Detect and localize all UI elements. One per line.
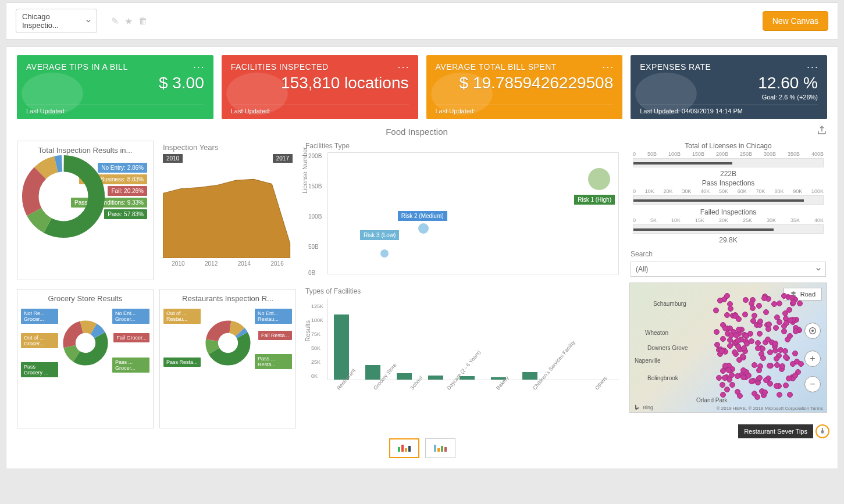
map-point [736, 316, 742, 322]
map-panel[interactable]: Road + − Schaumburg Wheaton Downers Grov… [629, 283, 827, 413]
canvas-selector[interactable]: Chicago Inspectio... [16, 9, 97, 33]
search-label: Search [631, 250, 826, 258]
page-thumb-1[interactable] [389, 438, 419, 458]
y-tick: 200B [308, 153, 322, 159]
inspection-years-panel[interactable]: Inspection Years 2010 2017 2010201220142… [159, 141, 296, 280]
bullet-track [633, 195, 824, 205]
map-point [735, 373, 740, 379]
map-point [720, 392, 726, 398]
card-value: 12.60 % [640, 74, 818, 92]
restaurant-results-panel[interactable]: Restaurants Inspection R... Out of ... R… [159, 289, 296, 428]
bullet-value: 29.8K [632, 236, 825, 244]
star-icon[interactable]: ★ [124, 16, 133, 27]
card-menu-icon[interactable]: ··· [397, 61, 409, 73]
y-axis-label: Results [304, 320, 311, 342]
map-point [781, 293, 787, 299]
map-point [757, 375, 763, 381]
kpi-card-3[interactable]: ··· EXPENSES RATE 12.60 % Goal: 2.6 % (+… [631, 55, 827, 119]
bubble-label: Risk 1 (High) [574, 195, 615, 205]
map-point [797, 301, 803, 306]
new-canvas-button[interactable]: New Canvas [763, 11, 828, 31]
card-value: $ 19.7859426229508 [436, 74, 614, 92]
map-point [798, 361, 804, 367]
map-point [714, 329, 720, 335]
total-results-panel[interactable]: Total Inspection Results in... No Entry:… [17, 141, 154, 280]
facilities-type-panel[interactable]: Facilities Type License Number 200B 150B… [303, 141, 622, 280]
x-tick: 2012 [205, 260, 218, 267]
card-menu-icon[interactable]: ··· [602, 61, 614, 73]
map-point [750, 318, 756, 324]
kpi-card-0[interactable]: ··· AVERAGE TIPS IN A BILL $ 3.00 Last U… [17, 55, 213, 119]
bar [334, 314, 349, 380]
map-point [787, 392, 793, 398]
card-menu-icon[interactable]: ··· [807, 61, 819, 73]
map-point [720, 336, 726, 342]
map-point [777, 301, 782, 306]
page-thumb-2[interactable] [425, 438, 455, 458]
bar [522, 372, 537, 380]
page-thumbnails [17, 438, 827, 458]
left-column: Total Inspection Results in... No Entry:… [17, 141, 296, 431]
year-end: 2017 [273, 154, 293, 163]
card-menu-icon[interactable]: ··· [193, 61, 205, 73]
map-city-label: Bolingbrook [647, 375, 678, 381]
area-chart [159, 163, 296, 260]
kpi-card-1[interactable]: ··· FACILITIES INSPECTED 153,810 locatio… [222, 55, 418, 119]
bullet-track [633, 158, 824, 167]
map-point [777, 392, 782, 398]
tooltip: Restaurant Sever Tips [738, 424, 829, 438]
dashboard-grid: Total Inspection Results in... No Entry:… [17, 141, 827, 431]
bullet-chart[interactable]: Pass Inspections 010K20K30K40K50K60K70K8… [629, 178, 827, 205]
map-point [790, 361, 796, 367]
tag: Out of ... Restau... [163, 309, 201, 324]
card-footer: Last Updated: [26, 105, 204, 115]
map-point [754, 394, 760, 400]
map-point [778, 347, 784, 353]
map-point [743, 297, 749, 303]
tag: Pass ... Grocer... [112, 358, 149, 373]
bullet-value: 222B [632, 170, 825, 178]
share-icon[interactable] [817, 125, 827, 138]
map-point [717, 298, 723, 303]
types-facilities-panel[interactable]: Types of Facilities Results 125K100K75K5… [303, 286, 622, 431]
map-point [750, 305, 756, 311]
x-axis-labels: RestaurantGrocery StoreSchoolDaycare (2 … [327, 381, 622, 429]
edit-icon[interactable]: ✎ [111, 16, 119, 27]
bullet-title: Failed Inspections [632, 207, 825, 217]
trash-icon[interactable]: 🗑 [138, 16, 148, 27]
tag: No Ent... Restau... [255, 309, 292, 324]
map-point [742, 312, 748, 317]
search-value: (All) [636, 265, 648, 273]
grocery-results-panel[interactable]: Grocery Store Results Not Re... Grocer..… [17, 289, 154, 428]
x-tick: 2010 [172, 260, 184, 267]
tooltip-text: Restaurant Sever Tips [738, 424, 813, 438]
map-point [729, 382, 735, 388]
bullet-chart[interactable]: Total of Licenses in Chicago 050B100B150… [629, 141, 827, 178]
y-tick: 100B [308, 213, 322, 220]
bar [428, 376, 443, 380]
title-row: Food Inspection [17, 125, 827, 138]
search-dropdown[interactable]: (All) [631, 262, 826, 277]
tag: Not Re... Grocer... [21, 309, 58, 324]
map-point [767, 381, 773, 387]
y-tick: 75K [311, 331, 320, 337]
card-footer: Last Updated: 04/09/2019 14:14 PM [640, 105, 818, 115]
canvas-selector-label: Chicago Inspectio... [22, 12, 79, 30]
search-panel: Search (All) [629, 248, 827, 279]
bar [397, 373, 412, 380]
map-point [761, 295, 767, 301]
bullet-chart[interactable]: Failed Inspections 05K10K15K20K25K30K35K… [629, 207, 827, 244]
kpi-card-2[interactable]: ··· AVERAGE TOTAL BILL SPENT $ 19.785942… [426, 55, 623, 119]
map-point [760, 355, 766, 361]
y-tick: 25K [311, 359, 320, 365]
map-point [736, 327, 742, 333]
panel-title: Restaurants Inspection R... [160, 289, 295, 305]
year-start: 2010 [163, 154, 183, 163]
x-tick: 2014 [238, 260, 251, 267]
map-point [772, 341, 778, 346]
middle-column: Facilities Type License Number 200B 150B… [303, 141, 622, 431]
map-point [763, 309, 769, 315]
map-point [784, 320, 789, 326]
map-point [774, 314, 780, 320]
card-subtitle: Goal: 2.6 % (+26%) [640, 94, 818, 101]
